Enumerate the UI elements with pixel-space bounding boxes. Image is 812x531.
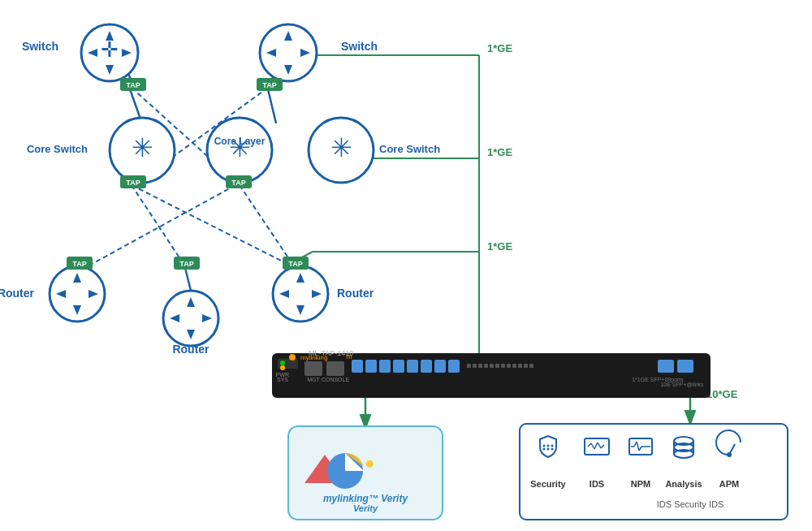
svg-text:TAP: TAP bbox=[126, 81, 140, 89]
svg-text:Switch: Switch bbox=[341, 40, 378, 53]
svg-text:MGT: MGT bbox=[307, 377, 320, 382]
svg-rect-102 bbox=[484, 364, 488, 368]
svg-text:10E SFP+@links: 10E SFP+@links bbox=[660, 382, 704, 387]
svg-text:mylinking™ Verity: mylinking™ Verity bbox=[323, 493, 409, 504]
svg-point-117 bbox=[289, 354, 296, 360]
svg-rect-103 bbox=[490, 364, 494, 368]
svg-text:TAP: TAP bbox=[179, 260, 193, 268]
svg-text:🟡: 🟡 bbox=[365, 460, 374, 468]
svg-text:TAP: TAP bbox=[72, 260, 86, 268]
svg-text:Analysis: Analysis bbox=[665, 479, 702, 489]
svg-rect-125 bbox=[520, 424, 788, 520]
svg-text:IDS Security IDS: IDS Security IDS bbox=[657, 499, 724, 509]
svg-rect-96 bbox=[421, 360, 432, 373]
svg-text:CONSOLE: CONSOLE bbox=[322, 377, 350, 382]
svg-point-128 bbox=[551, 445, 554, 447]
svg-rect-111 bbox=[658, 360, 674, 373]
svg-text:Router: Router bbox=[0, 287, 35, 300]
svg-rect-110 bbox=[529, 364, 533, 368]
svg-line-13 bbox=[185, 268, 191, 291]
svg-rect-112 bbox=[677, 360, 693, 373]
svg-text:1*GE: 1*GE bbox=[487, 42, 512, 54]
svg-text:Security: Security bbox=[530, 479, 566, 489]
svg-point-83 bbox=[280, 360, 285, 365]
svg-rect-97 bbox=[434, 360, 446, 373]
svg-rect-106 bbox=[507, 364, 511, 368]
svg-text:1*GE: 1*GE bbox=[487, 146, 512, 158]
svg-text:TAP: TAP bbox=[126, 179, 140, 187]
svg-rect-95 bbox=[407, 360, 418, 373]
svg-text:IDS: IDS bbox=[590, 479, 604, 489]
svg-text:Router: Router bbox=[337, 287, 374, 300]
svg-text:Router: Router bbox=[172, 343, 209, 356]
svg-rect-104 bbox=[495, 364, 499, 368]
svg-text:10*GE: 10*GE bbox=[706, 388, 738, 400]
svg-text:TAP: TAP bbox=[262, 81, 276, 89]
svg-text:Core Switch: Core Switch bbox=[379, 143, 440, 155]
svg-rect-107 bbox=[512, 364, 516, 368]
svg-text:✳: ✳ bbox=[330, 133, 352, 162]
svg-text:APM: APM bbox=[719, 479, 739, 489]
svg-line-9 bbox=[268, 89, 276, 123]
svg-text:1*GE: 1*GE bbox=[487, 240, 512, 253]
svg-point-126 bbox=[543, 445, 546, 447]
svg-rect-98 bbox=[448, 360, 460, 373]
svg-rect-94 bbox=[393, 360, 404, 373]
svg-point-157 bbox=[727, 452, 732, 457]
svg-rect-105 bbox=[501, 364, 505, 368]
svg-point-130 bbox=[547, 448, 550, 451]
svg-text:✛: ✛ bbox=[101, 37, 119, 62]
svg-point-129 bbox=[543, 448, 546, 451]
svg-rect-93 bbox=[379, 360, 391, 373]
svg-line-5 bbox=[240, 185, 294, 266]
svg-text:Core Layer: Core Layer bbox=[214, 136, 266, 147]
svg-rect-108 bbox=[518, 364, 522, 368]
svg-text:NPM: NPM bbox=[631, 479, 650, 489]
svg-point-127 bbox=[547, 445, 550, 447]
network-diagram: ✛ ✳ ✳ ✳ bbox=[0, 0, 812, 531]
svg-rect-109 bbox=[524, 364, 528, 368]
svg-line-2 bbox=[132, 185, 185, 266]
svg-text:mylinking: mylinking bbox=[300, 354, 327, 361]
svg-rect-92 bbox=[365, 360, 377, 373]
svg-rect-87 bbox=[304, 361, 322, 376]
svg-rect-89 bbox=[326, 361, 344, 376]
svg-text:TAP: TAP bbox=[231, 179, 245, 187]
svg-text:✳: ✳ bbox=[132, 133, 153, 162]
svg-text:Switch: Switch bbox=[22, 40, 58, 53]
svg-text:Core Switch: Core Switch bbox=[27, 143, 88, 155]
svg-point-84 bbox=[280, 365, 285, 370]
svg-point-131 bbox=[551, 448, 554, 451]
svg-text:Verity: Verity bbox=[353, 503, 378, 513]
svg-text:TAP: TAP bbox=[288, 260, 302, 268]
svg-rect-100 bbox=[473, 364, 477, 368]
svg-rect-91 bbox=[352, 360, 363, 373]
svg-text:SYS: SYS bbox=[277, 377, 288, 382]
svg-rect-101 bbox=[478, 364, 482, 368]
svg-rect-99 bbox=[467, 364, 471, 368]
